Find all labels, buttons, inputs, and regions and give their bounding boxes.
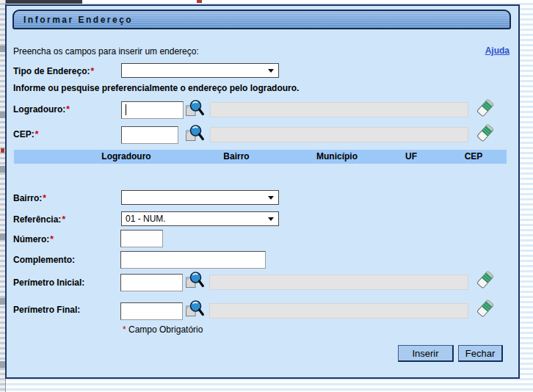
chevron-down-icon: [268, 196, 274, 200]
perimetro-inicial-display-field: [209, 275, 468, 290]
browser-top-edge-accent: [197, 0, 202, 3]
search-icon: [185, 99, 204, 119]
results-table-header: Logradouro Bairro Município UF CEP: [14, 150, 507, 164]
label-perimetro-final: Perímetro Final:: [13, 305, 80, 315]
note-text: Informe ou pesquise preferencialmente o …: [13, 83, 299, 93]
label-cep: CEP:*: [13, 129, 38, 139]
perimetro-final-search-button[interactable]: [185, 300, 204, 319]
text-caret: [126, 104, 126, 115]
referencia-value: 01 - NUM.: [126, 214, 166, 224]
chevron-down-icon: [268, 69, 274, 73]
search-icon: [185, 300, 204, 319]
required-asterisk: *: [90, 66, 94, 76]
search-icon: [185, 271, 204, 291]
label-tipo-endereco: Tipo de Endereço:*: [13, 66, 94, 76]
logradouro-display-field: [210, 102, 468, 117]
required-note: * Campo Obrigatório: [122, 324, 203, 335]
required-asterisk: *: [50, 234, 54, 244]
column-municipio: Município: [316, 151, 358, 161]
cep-display-field: [210, 127, 468, 142]
perimetro-inicial-search-button[interactable]: [185, 271, 204, 291]
logradouro-clear-button[interactable]: [476, 98, 495, 118]
dialog-title: Informar Endereço: [23, 15, 133, 25]
perimetro-final-clear-button[interactable]: [476, 298, 495, 319]
search-icon: [185, 124, 204, 144]
bairro-select[interactable]: [121, 190, 279, 205]
numero-input[interactable]: [120, 230, 163, 247]
tipo-endereco-select[interactable]: [121, 63, 279, 78]
chevron-down-icon: [268, 217, 274, 221]
left-edge-red-mark: [1, 148, 4, 153]
label-referencia: Referência:*: [13, 214, 65, 225]
cep-search-button[interactable]: [185, 124, 204, 144]
label-perimetro-inicial: Perímetro Inicial:: [13, 277, 84, 288]
logradouro-search-button[interactable]: [185, 99, 204, 119]
intro-text: Preencha os campos para inserir um ender…: [13, 46, 199, 57]
browser-top-edge: [0, 0, 82, 4]
required-asterisk: *: [35, 129, 39, 139]
fechar-button[interactable]: Fechar: [458, 345, 503, 362]
eraser-icon: [476, 269, 495, 290]
required-asterisk: *: [43, 193, 46, 203]
required-asterisk: *: [62, 214, 65, 225]
ajuda-link[interactable]: Ajuda: [485, 46, 510, 56]
dialog-title-bar: Informar Endereço: [12, 10, 511, 29]
label-complemento: Complemento:: [13, 255, 75, 265]
screen: Informar Endereço Preencha os campos par…: [0, 0, 533, 392]
informar-endereco-dialog: Informar Endereço Preencha os campos par…: [5, 4, 520, 379]
perimetro-inicial-clear-button[interactable]: [476, 269, 495, 290]
label-bairro: Bairro:*: [13, 193, 46, 203]
required-asterisk: *: [123, 324, 126, 335]
eraser-icon: [476, 123, 495, 143]
perimetro-final-display-field: [209, 303, 468, 319]
column-cep: CEP: [465, 151, 483, 161]
column-bairro: Bairro: [223, 151, 249, 161]
required-asterisk: *: [66, 104, 70, 115]
eraser-icon: [476, 98, 495, 118]
column-uf: UF: [405, 151, 417, 161]
eraser-icon: [476, 298, 495, 319]
inserir-button[interactable]: Inserir: [398, 345, 454, 362]
label-numero: Número:*: [13, 234, 54, 244]
complemento-input[interactable]: [120, 251, 266, 269]
label-logradouro: Logradouro:*: [13, 104, 70, 115]
cep-clear-button[interactable]: [476, 123, 495, 143]
perimetro-final-input[interactable]: [120, 302, 183, 320]
perimetro-inicial-input[interactable]: [120, 274, 183, 291]
column-logradouro: Logradouro: [101, 151, 151, 161]
logradouro-input[interactable]: [121, 101, 184, 119]
referencia-select[interactable]: 01 - NUM.: [121, 211, 279, 226]
cep-input[interactable]: [121, 126, 178, 144]
